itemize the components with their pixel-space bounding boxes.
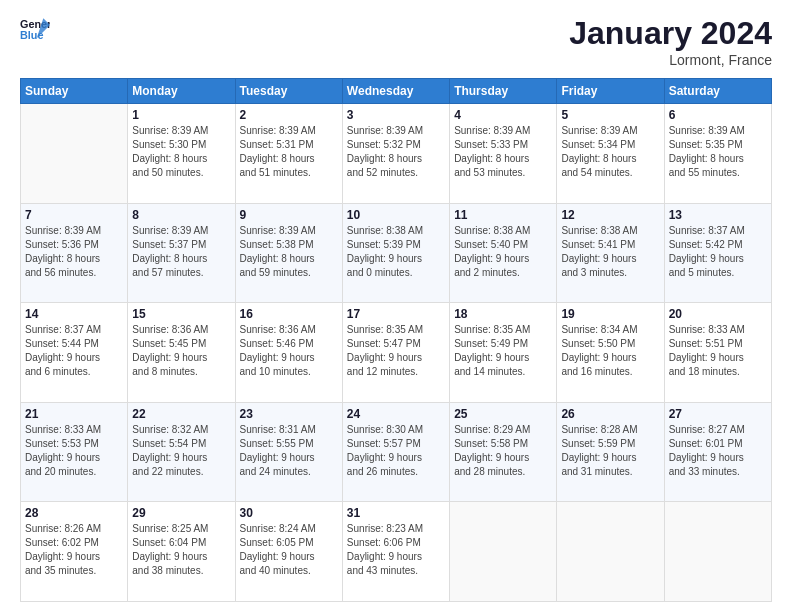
table-row: 19Sunrise: 8:34 AM Sunset: 5:50 PM Dayli… [557, 303, 664, 403]
day-info: Sunrise: 8:36 AM Sunset: 5:46 PM Dayligh… [240, 323, 338, 379]
day-info: Sunrise: 8:38 AM Sunset: 5:39 PM Dayligh… [347, 224, 445, 280]
day-info: Sunrise: 8:39 AM Sunset: 5:30 PM Dayligh… [132, 124, 230, 180]
table-row: 14Sunrise: 8:37 AM Sunset: 5:44 PM Dayli… [21, 303, 128, 403]
day-info: Sunrise: 8:23 AM Sunset: 6:06 PM Dayligh… [347, 522, 445, 578]
day-info: Sunrise: 8:33 AM Sunset: 5:51 PM Dayligh… [669, 323, 767, 379]
day-number: 12 [561, 208, 659, 222]
col-friday: Friday [557, 79, 664, 104]
table-row: 23Sunrise: 8:31 AM Sunset: 5:55 PM Dayli… [235, 402, 342, 502]
day-info: Sunrise: 8:33 AM Sunset: 5:53 PM Dayligh… [25, 423, 123, 479]
calendar-week-row: 28Sunrise: 8:26 AM Sunset: 6:02 PM Dayli… [21, 502, 772, 602]
table-row: 31Sunrise: 8:23 AM Sunset: 6:06 PM Dayli… [342, 502, 449, 602]
table-row: 30Sunrise: 8:24 AM Sunset: 6:05 PM Dayli… [235, 502, 342, 602]
day-info: Sunrise: 8:39 AM Sunset: 5:33 PM Dayligh… [454, 124, 552, 180]
title-block: January 2024 Lormont, France [569, 15, 772, 68]
day-info: Sunrise: 8:39 AM Sunset: 5:35 PM Dayligh… [669, 124, 767, 180]
table-row: 12Sunrise: 8:38 AM Sunset: 5:41 PM Dayli… [557, 203, 664, 303]
day-info: Sunrise: 8:29 AM Sunset: 5:58 PM Dayligh… [454, 423, 552, 479]
table-row: 10Sunrise: 8:38 AM Sunset: 5:39 PM Dayli… [342, 203, 449, 303]
day-number: 17 [347, 307, 445, 321]
month-title: January 2024 [569, 15, 772, 52]
col-monday: Monday [128, 79, 235, 104]
table-row: 13Sunrise: 8:37 AM Sunset: 5:42 PM Dayli… [664, 203, 771, 303]
day-number: 5 [561, 108, 659, 122]
day-info: Sunrise: 8:35 AM Sunset: 5:49 PM Dayligh… [454, 323, 552, 379]
day-info: Sunrise: 8:25 AM Sunset: 6:04 PM Dayligh… [132, 522, 230, 578]
table-row: 9Sunrise: 8:39 AM Sunset: 5:38 PM Daylig… [235, 203, 342, 303]
page: General Blue January 2024 Lormont, Franc… [0, 0, 792, 612]
table-row: 21Sunrise: 8:33 AM Sunset: 5:53 PM Dayli… [21, 402, 128, 502]
calendar-week-row: 1Sunrise: 8:39 AM Sunset: 5:30 PM Daylig… [21, 104, 772, 204]
day-info: Sunrise: 8:32 AM Sunset: 5:54 PM Dayligh… [132, 423, 230, 479]
table-row: 3Sunrise: 8:39 AM Sunset: 5:32 PM Daylig… [342, 104, 449, 204]
table-row: 17Sunrise: 8:35 AM Sunset: 5:47 PM Dayli… [342, 303, 449, 403]
table-row: 11Sunrise: 8:38 AM Sunset: 5:40 PM Dayli… [450, 203, 557, 303]
col-saturday: Saturday [664, 79, 771, 104]
day-info: Sunrise: 8:37 AM Sunset: 5:42 PM Dayligh… [669, 224, 767, 280]
table-row: 25Sunrise: 8:29 AM Sunset: 5:58 PM Dayli… [450, 402, 557, 502]
day-info: Sunrise: 8:35 AM Sunset: 5:47 PM Dayligh… [347, 323, 445, 379]
day-number: 23 [240, 407, 338, 421]
day-number: 29 [132, 506, 230, 520]
day-number: 26 [561, 407, 659, 421]
calendar: Sunday Monday Tuesday Wednesday Thursday… [20, 78, 772, 602]
table-row [664, 502, 771, 602]
calendar-week-row: 14Sunrise: 8:37 AM Sunset: 5:44 PM Dayli… [21, 303, 772, 403]
day-number: 31 [347, 506, 445, 520]
day-info: Sunrise: 8:28 AM Sunset: 5:59 PM Dayligh… [561, 423, 659, 479]
col-sunday: Sunday [21, 79, 128, 104]
day-info: Sunrise: 8:26 AM Sunset: 6:02 PM Dayligh… [25, 522, 123, 578]
table-row: 7Sunrise: 8:39 AM Sunset: 5:36 PM Daylig… [21, 203, 128, 303]
day-info: Sunrise: 8:37 AM Sunset: 5:44 PM Dayligh… [25, 323, 123, 379]
header: General Blue January 2024 Lormont, Franc… [20, 15, 772, 68]
table-row: 24Sunrise: 8:30 AM Sunset: 5:57 PM Dayli… [342, 402, 449, 502]
table-row [557, 502, 664, 602]
day-number: 9 [240, 208, 338, 222]
day-number: 16 [240, 307, 338, 321]
calendar-week-row: 7Sunrise: 8:39 AM Sunset: 5:36 PM Daylig… [21, 203, 772, 303]
day-number: 11 [454, 208, 552, 222]
day-info: Sunrise: 8:39 AM Sunset: 5:36 PM Dayligh… [25, 224, 123, 280]
day-number: 30 [240, 506, 338, 520]
day-number: 6 [669, 108, 767, 122]
table-row: 28Sunrise: 8:26 AM Sunset: 6:02 PM Dayli… [21, 502, 128, 602]
day-info: Sunrise: 8:39 AM Sunset: 5:37 PM Dayligh… [132, 224, 230, 280]
table-row: 16Sunrise: 8:36 AM Sunset: 5:46 PM Dayli… [235, 303, 342, 403]
table-row: 18Sunrise: 8:35 AM Sunset: 5:49 PM Dayli… [450, 303, 557, 403]
day-number: 19 [561, 307, 659, 321]
table-row: 2Sunrise: 8:39 AM Sunset: 5:31 PM Daylig… [235, 104, 342, 204]
table-row: 6Sunrise: 8:39 AM Sunset: 5:35 PM Daylig… [664, 104, 771, 204]
logo-icon: General Blue [20, 15, 50, 45]
day-number: 20 [669, 307, 767, 321]
day-number: 2 [240, 108, 338, 122]
day-number: 15 [132, 307, 230, 321]
day-info: Sunrise: 8:39 AM Sunset: 5:32 PM Dayligh… [347, 124, 445, 180]
day-info: Sunrise: 8:38 AM Sunset: 5:40 PM Dayligh… [454, 224, 552, 280]
day-number: 22 [132, 407, 230, 421]
table-row: 27Sunrise: 8:27 AM Sunset: 6:01 PM Dayli… [664, 402, 771, 502]
day-number: 24 [347, 407, 445, 421]
day-info: Sunrise: 8:39 AM Sunset: 5:34 PM Dayligh… [561, 124, 659, 180]
day-number: 27 [669, 407, 767, 421]
day-info: Sunrise: 8:31 AM Sunset: 5:55 PM Dayligh… [240, 423, 338, 479]
logo: General Blue [20, 15, 50, 45]
table-row: 1Sunrise: 8:39 AM Sunset: 5:30 PM Daylig… [128, 104, 235, 204]
table-row: 15Sunrise: 8:36 AM Sunset: 5:45 PM Dayli… [128, 303, 235, 403]
table-row [21, 104, 128, 204]
day-number: 7 [25, 208, 123, 222]
day-info: Sunrise: 8:39 AM Sunset: 5:38 PM Dayligh… [240, 224, 338, 280]
day-number: 8 [132, 208, 230, 222]
day-number: 14 [25, 307, 123, 321]
col-tuesday: Tuesday [235, 79, 342, 104]
day-number: 10 [347, 208, 445, 222]
day-info: Sunrise: 8:27 AM Sunset: 6:01 PM Dayligh… [669, 423, 767, 479]
day-info: Sunrise: 8:30 AM Sunset: 5:57 PM Dayligh… [347, 423, 445, 479]
calendar-week-row: 21Sunrise: 8:33 AM Sunset: 5:53 PM Dayli… [21, 402, 772, 502]
table-row: 8Sunrise: 8:39 AM Sunset: 5:37 PM Daylig… [128, 203, 235, 303]
calendar-header-row: Sunday Monday Tuesday Wednesday Thursday… [21, 79, 772, 104]
location: Lormont, France [569, 52, 772, 68]
day-number: 28 [25, 506, 123, 520]
day-info: Sunrise: 8:38 AM Sunset: 5:41 PM Dayligh… [561, 224, 659, 280]
day-number: 18 [454, 307, 552, 321]
table-row: 22Sunrise: 8:32 AM Sunset: 5:54 PM Dayli… [128, 402, 235, 502]
